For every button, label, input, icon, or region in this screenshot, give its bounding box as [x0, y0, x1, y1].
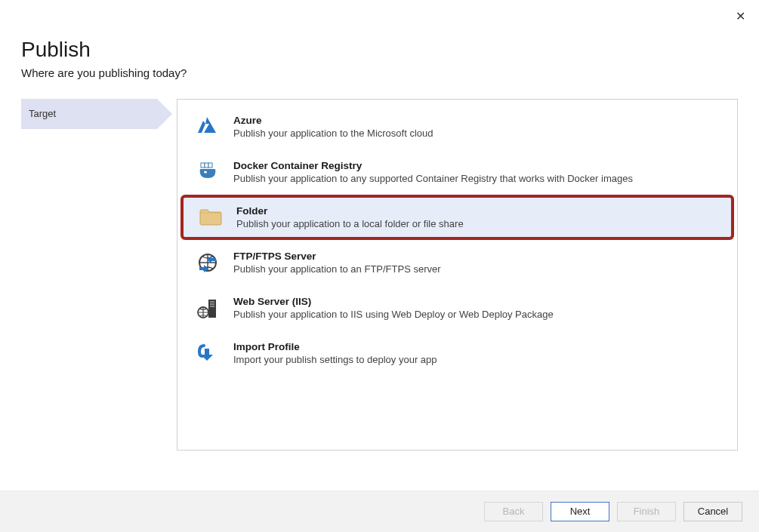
page-subtitle: Where are you publishing today? — [21, 66, 738, 79]
option-iis-title: Web Server (IIS) — [233, 296, 724, 307]
svg-rect-7 — [210, 303, 214, 305]
option-iis-desc: Publish your application to IIS using We… — [233, 309, 724, 320]
svg-point-3 — [204, 171, 207, 174]
option-import-title: Import Profile — [233, 341, 724, 352]
back-button: Back — [484, 502, 543, 521]
azure-icon — [193, 116, 223, 136]
svg-rect-2 — [208, 163, 212, 168]
option-docker-title: Docker Container Registry — [233, 160, 724, 171]
iis-icon — [193, 297, 223, 320]
option-docker[interactable]: Docker Container Registry Publish your a… — [177, 149, 737, 195]
target-options-panel: Azure Publish your application to the Mi… — [177, 99, 738, 451]
option-azure-title: Azure — [233, 115, 724, 126]
svg-rect-6 — [210, 301, 214, 303]
option-iis[interactable]: Web Server (IIS) Publish your applicatio… — [177, 285, 737, 331]
option-ftp-title: FTP/FTPS Server — [233, 251, 724, 262]
svg-rect-8 — [210, 306, 214, 307]
close-icon[interactable]: ✕ — [736, 11, 745, 23]
import-icon — [193, 343, 223, 364]
option-folder-title: Folder — [236, 205, 720, 217]
option-ftp[interactable]: FTP/FTPS Server Publish your application… — [177, 240, 737, 285]
option-folder-desc: Publish your application to a local fold… — [236, 218, 720, 229]
ftp-icon — [193, 252, 223, 273]
page-title: Publish — [21, 38, 738, 62]
docker-icon — [193, 161, 223, 184]
option-import[interactable]: Import Profile Import your publish setti… — [177, 331, 737, 376]
option-azure[interactable]: Azure Publish your application to the Mi… — [177, 104, 737, 149]
wizard-steps: Target — [21, 99, 157, 451]
option-folder[interactable]: Folder Publish your application to a loc… — [180, 195, 734, 240]
footer-bar: Back Next Finish Cancel — [0, 490, 759, 532]
option-ftp-desc: Publish your application to an FTP/FTPS … — [233, 263, 724, 275]
option-docker-desc: Publish your application to any supporte… — [233, 173, 724, 184]
option-azure-desc: Publish your application to the Microsof… — [233, 128, 724, 139]
svg-rect-1 — [205, 163, 208, 168]
option-import-desc: Import your publish settings to deploy y… — [233, 354, 724, 365]
folder-icon — [196, 207, 226, 226]
step-target[interactable]: Target — [21, 99, 157, 129]
svg-rect-10 — [205, 349, 209, 356]
cancel-button[interactable]: Cancel — [683, 502, 742, 521]
next-button[interactable]: Next — [551, 502, 609, 521]
finish-button: Finish — [617, 502, 676, 521]
svg-rect-0 — [201, 163, 205, 168]
